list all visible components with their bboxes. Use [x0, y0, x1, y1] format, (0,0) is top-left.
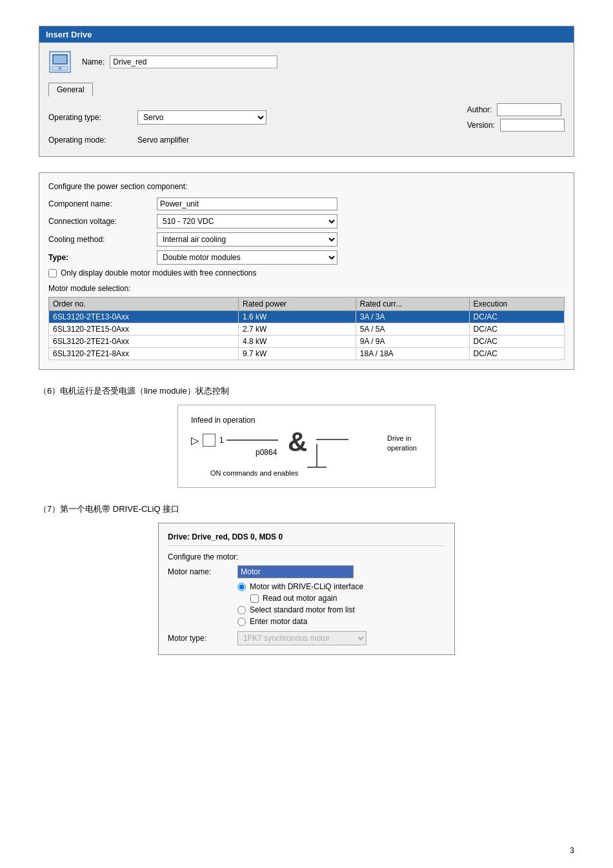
radio-enter-data-input[interactable]: [237, 618, 246, 626]
col-execution: Execution: [469, 298, 564, 311]
cell-execution: DC/AC: [469, 348, 564, 360]
cell-order_no: 6SL3120-2TE21-0Axx: [49, 336, 239, 348]
insert-drive-dialog: Insert Drive Name: General: [39, 26, 574, 157]
type-select[interactable]: Double motor modules: [157, 250, 337, 265]
page-number: 3: [570, 846, 574, 855]
author-section: Author: Version:: [467, 103, 565, 132]
motor-type-select[interactable]: 1FK7 synchronous motor: [237, 631, 367, 645]
readout-label: Read out motor again: [263, 594, 337, 603]
author-label: Author:: [467, 105, 492, 114]
operating-mode-value: Servo amplifier: [137, 136, 189, 145]
motor-type-label: Motor type:: [168, 634, 232, 643]
dialog-titlebar: Insert Drive: [39, 26, 574, 43]
table-row[interactable]: 6SL3120-2TE13-0Axx1.6 kW3A / 3ADC/AC: [49, 311, 565, 323]
cell-execution: DC/AC: [469, 311, 564, 323]
infeed-arrow-icon: ▷: [191, 434, 199, 447]
on-commands-label: ON commands and enables: [210, 469, 298, 477]
radio-driveCliq-label: Motor with DRIVE-CLiQ interface: [250, 582, 363, 591]
col-rated-curr: Rated curr...: [356, 298, 469, 311]
author-input[interactable]: [497, 103, 561, 116]
svg-rect-2: [54, 56, 66, 63]
infeed-title: Infeed in operation: [191, 416, 422, 425]
component-name-row: Component name:: [48, 197, 565, 210]
name-label: Name:: [82, 57, 105, 66]
table-header: Order no. Rated power Rated curr... Exec…: [49, 298, 565, 311]
motor-name-input[interactable]: [237, 565, 354, 578]
dialog-header-row: Name:: [48, 50, 565, 74]
dialog-title: Insert Drive: [46, 30, 92, 39]
motor-name-label: Motor name:: [168, 567, 232, 576]
configure-motor-label: Configure the motor:: [168, 552, 445, 561]
cell-rated_curr: 9A / 9A: [356, 336, 469, 348]
tab-general[interactable]: General: [48, 83, 93, 97]
output-line: [316, 439, 348, 440]
readout-checkbox[interactable]: [250, 594, 259, 603]
version-input[interactable]: [500, 119, 565, 132]
type-label: Type:: [48, 253, 152, 262]
infeed-block: ▷ 1: [191, 434, 278, 447]
cell-rated_curr: 5A / 5A: [356, 323, 469, 336]
radio-enter-data-label: Enter motor data: [250, 617, 307, 626]
h-line: [226, 439, 278, 441]
cell-rated_power: 1.6 kW: [239, 311, 356, 323]
checkbox-readout[interactable]: Read out motor again: [250, 594, 445, 603]
motor-type-row: Motor type: 1FK7 synchronous motor: [168, 631, 445, 645]
connection-voltage-row: Connection voltage: 510 - 720 VDC: [48, 214, 565, 228]
operating-mode-row: Operating mode: Servo amplifier: [48, 136, 565, 145]
checkbox-label: Only display double motor modules with f…: [61, 268, 257, 278]
version-label: Version:: [467, 121, 495, 130]
operating-mode-label: Operating mode:: [48, 136, 132, 145]
table-row[interactable]: 6SL3120-2TE15-0Axx2.7 kW5A / 5ADC/AC: [49, 323, 565, 336]
motor-name-row: Motor name:: [168, 565, 445, 578]
p0864-label: p0864: [256, 448, 277, 457]
type-row: Type: Double motor modules: [48, 250, 565, 265]
module-table: Order no. Rated power Rated curr... Exec…: [48, 297, 565, 360]
operating-type-label: Operating type:: [48, 113, 132, 122]
svg-point-4: [59, 67, 61, 70]
cell-execution: DC/AC: [469, 336, 564, 348]
motor-radio-group: Motor with DRIVE-CLiQ interface Read out…: [237, 582, 445, 626]
motor-dialog: Drive: Drive_red, DDS 0, MDS 0 Configure…: [158, 523, 455, 655]
radio-driveCliq[interactable]: Motor with DRIVE-CLiQ interface: [237, 582, 445, 591]
cell-rated_curr: 18A / 18A: [356, 348, 469, 360]
drive-in-op-label: Drive in operation: [387, 434, 417, 452]
col-order-no: Order no.: [49, 298, 239, 311]
v-line: [316, 444, 317, 467]
cell-execution: DC/AC: [469, 323, 564, 336]
power-section-title: Configure the power section component:: [48, 182, 565, 191]
h-line-short: [307, 467, 327, 468]
infeed-diagram: Infeed in operation ▷ 1 p0864: [177, 405, 436, 488]
table-row[interactable]: 6SL3120-2TE21-0Axx4.8 kW9A / 9ADC/AC: [49, 336, 565, 348]
operating-type-select[interactable]: Servo: [137, 110, 266, 125]
connection-voltage-label: Connection voltage:: [48, 217, 152, 226]
display-double-checkbox[interactable]: [48, 269, 57, 278]
cell-rated_power: 2.7 kW: [239, 323, 356, 336]
table-row[interactable]: 6SL3120-2TE21-8Axx9.7 kW18A / 18ADC/AC: [49, 348, 565, 360]
cell-rated_power: 9.7 kW: [239, 348, 356, 360]
radio-standard-input[interactable]: [237, 606, 246, 614]
radio-standard[interactable]: Select standard motor from list: [237, 605, 445, 614]
component-name-input[interactable]: [157, 197, 337, 210]
motor-module-label: Motor module selection:: [48, 284, 565, 293]
radio-standard-label: Select standard motor from list: [250, 605, 355, 614]
power-section-dialog: Configure the power section component: C…: [39, 172, 574, 370]
checkbox-row[interactable]: Only display double motor modules with f…: [48, 268, 565, 278]
motor-dialog-title: Drive: Drive_red, DDS 0, MDS 0: [168, 532, 445, 546]
name-row: Name:: [82, 56, 277, 68]
tab-row: General: [48, 83, 565, 97]
radio-enter-data[interactable]: Enter motor data: [237, 617, 445, 626]
cell-order_no: 6SL3120-2TE15-0Axx: [49, 323, 239, 336]
connection-voltage-select[interactable]: 510 - 720 VDC: [157, 214, 337, 228]
section7-heading: （7）第一个电机带 DRIVE-CLiQ 接口: [39, 503, 574, 515]
section6-heading: （6）电机运行是否受电源（line module）状态控制: [39, 385, 574, 397]
drive-icon: [48, 50, 72, 74]
cooling-method-select[interactable]: Internal air cooling: [157, 232, 337, 247]
radio-driveCliq-input[interactable]: [237, 583, 246, 591]
operating-type-row: Operating type: Servo Author: Version:: [48, 103, 565, 132]
cooling-method-label: Cooling method:: [48, 235, 152, 244]
page-content: Insert Drive Name: General: [39, 26, 574, 655]
infeed-number: 1: [219, 436, 224, 445]
module-table-body: 6SL3120-2TE13-0Axx1.6 kW3A / 3ADC/AC6SL3…: [49, 311, 565, 360]
ampersand-symbol: &: [288, 429, 307, 456]
name-input[interactable]: [110, 56, 277, 68]
